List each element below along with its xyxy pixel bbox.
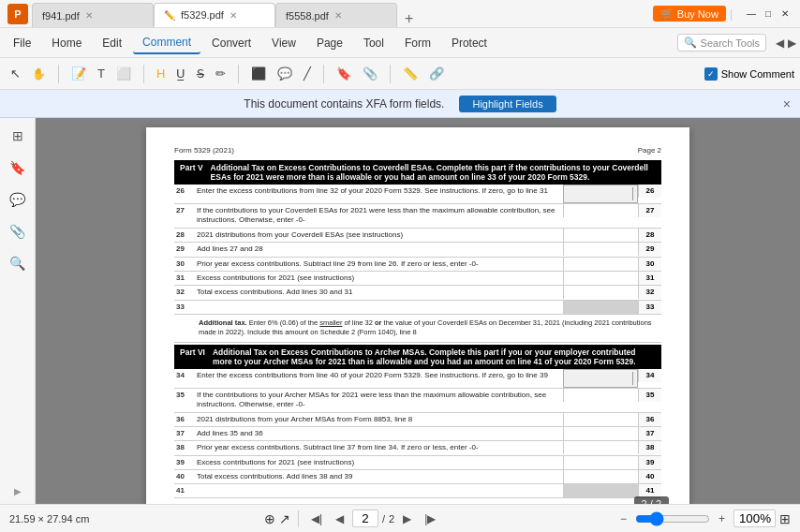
part-v-header: Part V Additional Tax on Excess Contribu…	[174, 160, 661, 185]
back-icon[interactable]: ◀	[776, 37, 784, 50]
tab-f941[interactable]: f941.pdf ✕	[32, 3, 154, 27]
cursor-tool-button[interactable]: ↖	[6, 64, 25, 83]
cursor-arrow-icon[interactable]: ↗	[279, 511, 290, 526]
cursor-select-icon[interactable]: ⊕	[264, 511, 275, 526]
tab-edit-icon: ✏️	[164, 10, 175, 21]
toolbar-group-4: ⬛ 💬 ╱	[246, 64, 316, 83]
form-label: Form 5329 (2021)	[174, 146, 234, 155]
menubar: File Home Edit Comment Convert View Page…	[0, 28, 800, 58]
hand-tool-button[interactable]: ✋	[27, 65, 51, 83]
search-tools-label: Search Tools	[701, 37, 760, 49]
zoom-percent-input[interactable]	[733, 510, 776, 527]
main-area: ⊞ 🔖 💬 📎 🔍 ▶ Form 5329 (2021) Page 2 Part…	[0, 118, 800, 504]
zoom-slider[interactable]	[635, 511, 710, 526]
search-tools-wrap[interactable]: 🔍 Search Tools	[677, 34, 766, 52]
titlebar: P f941.pdf ✕ ✏️ f5329.pdf ✕ f5558.pdf ✕ …	[0, 0, 800, 28]
zoom-out-button[interactable]: −	[615, 510, 631, 527]
sidebar-icon-search[interactable]: 🔍	[7, 253, 28, 273]
line-button[interactable]: ╱	[299, 64, 316, 83]
notification-bar: This document contains XFA form fields. …	[0, 90, 800, 118]
forward-icon[interactable]: ▶	[788, 37, 796, 50]
toolbar-sep-5	[390, 65, 391, 83]
tab-close-f5558[interactable]: ✕	[334, 10, 342, 21]
link-button[interactable]: 🔗	[424, 64, 449, 83]
row-32: 32 Total excess contributions. Add lines…	[174, 286, 661, 300]
menu-edit[interactable]: Edit	[93, 33, 131, 53]
menu-form[interactable]: Form	[395, 33, 440, 53]
window-controls: — □ ✕	[744, 7, 793, 22]
measure-button[interactable]: 📏	[398, 64, 422, 83]
menu-home[interactable]: Home	[42, 33, 91, 53]
additional-tax-note-vi: Additional tax. Enter 6% (0.06) of the s…	[174, 498, 661, 504]
underline-button[interactable]: U̲	[171, 64, 190, 83]
text-comment-button[interactable]: T	[93, 64, 110, 83]
minimize-button[interactable]: —	[744, 7, 759, 22]
area-button[interactable]: ⬜	[111, 64, 136, 83]
zoom-in-button[interactable]: +	[714, 510, 730, 527]
buy-now-button[interactable]: 🛒 Buy Now	[653, 6, 726, 22]
add-tab-button[interactable]: +	[397, 10, 421, 27]
pdf-page-header: Form 5329 (2021) Page 2	[174, 146, 661, 155]
sticky-note-button[interactable]: 📝	[67, 64, 91, 83]
fit-page-icon[interactable]: ⊞	[779, 511, 791, 526]
additional-tax-label-v: Additional tax. Enter 6% (0.06) of the s…	[199, 318, 652, 337]
sidebar-icon-attachments[interactable]: 📎	[7, 221, 28, 242]
page-label: Page 2	[638, 146, 661, 155]
bottom-bar: 21.59 × 27.94 cm ⊕ ↗ ◀| ◀ / 2 ▶ |▶ − + ⊞	[0, 504, 800, 532]
page-number-input[interactable]	[352, 510, 378, 527]
notification-close-button[interactable]: ×	[783, 96, 791, 111]
tab-label: f5329.pdf	[181, 9, 224, 21]
menu-file[interactable]: File	[4, 33, 40, 53]
show-comment-checkbox[interactable]: ✓	[704, 67, 718, 81]
nav-controls: ⊕ ↗ ◀| ◀ / 2 ▶ |▶	[96, 510, 608, 527]
row-34: 34 Enter the excess contributions from l…	[174, 369, 661, 389]
tab-close-f5329[interactable]: ✕	[230, 10, 237, 21]
menu-comment[interactable]: Comment	[133, 32, 200, 54]
stamp-button[interactable]: 🔖	[332, 64, 356, 83]
highlight-fields-button[interactable]: Highlight Fields	[459, 96, 556, 112]
menu-protect[interactable]: Protect	[442, 33, 496, 53]
menu-view[interactable]: View	[262, 33, 305, 53]
highlight-button[interactable]: H	[152, 64, 170, 83]
additional-tax-label-vi: Additional tax. Enter 6% (0.06) of the s…	[199, 502, 644, 504]
textbox-button[interactable]: ⬛	[246, 64, 271, 83]
pdf-container[interactable]: Form 5329 (2021) Page 2 Part V Additiona…	[36, 118, 800, 504]
menu-convert[interactable]: Convert	[202, 33, 260, 53]
page-size-label: 21.59 × 27.94 cm	[9, 513, 89, 525]
row-27: 27 If the contributions to your Coverdel…	[174, 204, 661, 229]
tab-f5558[interactable]: f5558.pdf ✕	[275, 3, 397, 27]
row-38: 38 Prior year excess contributions. Subt…	[174, 441, 661, 455]
tab-f5329[interactable]: ✏️ f5329.pdf ✕	[154, 3, 275, 27]
maximize-button[interactable]: □	[761, 7, 776, 22]
tab-label: f5558.pdf	[286, 10, 329, 22]
app-logo: P	[7, 4, 28, 24]
prev-page-button[interactable]: ◀	[331, 510, 348, 527]
attach-button[interactable]: 📎	[358, 64, 382, 83]
next-page-button[interactable]: ▶	[398, 510, 416, 527]
close-button[interactable]: ✕	[778, 7, 793, 22]
sidebar-icon-bookmarks[interactable]: 🔖	[7, 157, 28, 178]
part-vi-label: Part VI	[180, 347, 205, 357]
pencil-button[interactable]: ✏	[211, 64, 230, 83]
sidebar-icon-pages[interactable]: ⊞	[7, 126, 28, 146]
tab-close-f941[interactable]: ✕	[85, 10, 93, 21]
row-29: 29 Add lines 27 and 28 29	[174, 243, 661, 257]
search-icon: 🔍	[684, 37, 697, 49]
row-30: 30 Prior year excess contributions. Subt…	[174, 258, 661, 272]
sidebar-expand-button[interactable]: ▶	[14, 486, 22, 496]
callout-button[interactable]: 💬	[273, 64, 297, 83]
tabs-container: f941.pdf ✕ ✏️ f5329.pdf ✕ f5558.pdf ✕ +	[32, 0, 649, 27]
first-page-button[interactable]: ◀|	[306, 510, 327, 527]
total-pages: 2	[389, 513, 394, 525]
bottom-sep	[298, 510, 299, 527]
sidebar-icon-comments[interactable]: 💬	[7, 189, 28, 210]
cart-icon: 🛒	[660, 7, 674, 20]
strikethrough-button[interactable]: S̶	[192, 64, 209, 83]
menu-page[interactable]: Page	[307, 33, 352, 53]
part-vi-header: Part VI Additional Tax on Excess Contrib…	[174, 345, 661, 369]
toolbar-group-5: 🔖 📎	[332, 64, 382, 83]
zoom-controls: − + ⊞	[615, 510, 791, 527]
menu-tool[interactable]: Tool	[354, 33, 393, 53]
nav-arrows: ◀ ▶	[776, 37, 796, 50]
last-page-button[interactable]: |▶	[420, 510, 440, 527]
